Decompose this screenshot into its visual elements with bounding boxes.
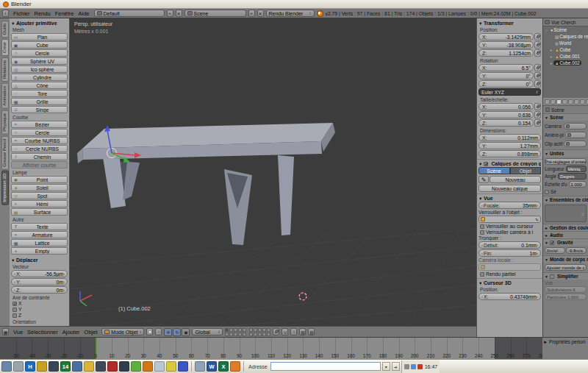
render-border-checkbox[interactable]: Rendu partiel <box>480 271 539 277</box>
rigidbody-panel-header[interactable]: ▼Monde de corps ri <box>543 255 588 263</box>
scale-field[interactable]: Y:0.636 <box>478 111 534 118</box>
add-scene-button[interactable]: + <box>248 10 255 17</box>
decrement-arrow[interactable]: ‹ <box>14 288 15 292</box>
properties-tab-icon[interactable] <box>580 99 585 104</box>
scale-manipulator-button[interactable]: ▣ <box>182 328 190 336</box>
lock-object-field[interactable]: ✎ <box>478 216 541 223</box>
address-go-button[interactable]: ➜ <box>392 362 400 371</box>
gpencil-tab[interactable]: Objet <box>510 167 542 174</box>
list-menu-icon[interactable]: ≡ <box>581 211 584 216</box>
tray-icon[interactable] <box>404 364 409 369</box>
cursor3d-panel-header[interactable]: Curseur 3D <box>478 280 541 285</box>
properties-tab-icon[interactable] <box>562 99 567 104</box>
taskbar-app-icon[interactable]: H <box>25 361 35 372</box>
add-mesh-button[interactable]: ◌ Tore <box>11 90 68 97</box>
layer-toggle[interactable] <box>225 328 229 332</box>
checkbox[interactable]: ✓ <box>550 241 554 245</box>
vector-field[interactable]: ‹ Z: 0m › <box>11 286 68 294</box>
menu-item[interactable]: Fenêtre <box>53 10 76 17</box>
add-mesh-button[interactable]: △ Cône <box>11 82 68 89</box>
mode-select[interactable]: Mode Objet ↕ <box>101 328 144 335</box>
add-curve-button[interactable]: ○ Cercle <box>11 129 68 136</box>
collapsed-panel-header[interactable]: ►Gestion des couleu <box>543 224 588 231</box>
simplify-field[interactable]: Particules 1.000 <box>545 294 587 300</box>
rotation-field[interactable]: X:6.5° <box>478 64 534 71</box>
axis-checkbox-row[interactable]: Z <box>12 313 66 318</box>
new-layer-button[interactable]: Nouveau calque <box>478 185 541 192</box>
layout-select[interactable]: Default <box>94 10 165 17</box>
decrement-arrow[interactable]: ‹ <box>14 280 15 284</box>
toolshelf-tab[interactable]: Créer <box>1 39 9 56</box>
angle-unit-select[interactable]: Degrés <box>558 173 587 180</box>
expander-icon[interactable]: + <box>549 54 553 59</box>
menu-item[interactable]: Fichier <box>11 10 32 17</box>
lock-icon[interactable] <box>534 64 541 71</box>
add-other-button[interactable]: + Empty <box>11 247 68 255</box>
checkbox[interactable]: ✓ <box>484 162 488 166</box>
viewport-menu-item[interactable]: Sélectionner <box>25 329 60 335</box>
add-primitive-panel-header[interactable]: Ajouter primitive <box>11 21 68 26</box>
add-curve-button[interactable]: ≈ Bézier <box>11 121 68 128</box>
outliner-search[interactable]: Cherch <box>561 20 576 25</box>
add-curve-button[interactable]: ◌ Cercle NURBS <box>11 145 68 152</box>
outliner-editor-icon[interactable] <box>545 20 550 24</box>
scene-datablock-field[interactable] <box>564 141 587 147</box>
add-mesh-button[interactable]: ▦ Grille <box>11 98 68 105</box>
tray-icon[interactable] <box>417 364 423 369</box>
unit-presets-button[interactable]: Pré-réglages d'unités <box>545 158 587 165</box>
local-camera-field[interactable] <box>478 263 541 271</box>
render-opengl-button[interactable]: ▧ <box>299 328 306 335</box>
properties-tab-icon[interactable] <box>568 99 573 104</box>
rotation-mode-select[interactable]: Euler XYZ ↕ <box>478 88 541 96</box>
clip-start-field[interactable]: ‹ Début: 0.1mm › <box>478 241 541 249</box>
eyedropper-icon[interactable]: ✎ <box>535 217 539 222</box>
lock-icon[interactable] <box>534 119 541 127</box>
add-mesh-button[interactable]: ▭ Plan <box>11 33 68 40</box>
snap-element-select[interactable]: ↕ <box>290 328 297 335</box>
gpencil-panel-header[interactable]: ✓ Calques de crayon gr <box>478 161 541 166</box>
layer-toggle[interactable] <box>225 333 229 336</box>
rotation-field[interactable]: Z:0° <box>478 80 534 88</box>
add-mesh-button[interactable]: ◉ Sphère UV <box>11 57 68 65</box>
tray-icon[interactable] <box>411 364 416 369</box>
scene-panel-header[interactable]: ▼Scène <box>543 113 588 121</box>
taskbar-app-icon[interactable] <box>84 361 94 372</box>
checkbox[interactable] <box>480 224 484 229</box>
outliner-view-menu[interactable]: Vue <box>551 20 559 25</box>
layer-toggle[interactable] <box>229 328 233 332</box>
layer-toggle[interactable] <box>254 333 257 336</box>
add-lamp-button[interactable]: ▽ Spot <box>11 192 68 199</box>
expander-icon[interactable]: + <box>549 48 553 52</box>
layer-toggle[interactable] <box>238 333 242 336</box>
layer-toggle[interactable] <box>243 328 246 332</box>
pencil-icon[interactable]: ✎ <box>478 176 489 183</box>
taskbar-app-icon[interactable] <box>96 361 106 372</box>
view-panel-header[interactable]: Vue <box>478 196 541 201</box>
render-engine-select[interactable]: Rendu Blender ↕ <box>266 10 315 17</box>
lock-camera-checkbox[interactable]: Verrouiller caméra à l <box>480 230 539 235</box>
outliner-item[interactable]: + ▲ Cube <box>543 46 588 53</box>
checkbox[interactable] <box>480 272 484 277</box>
taskbar-app-icon[interactable]: X <box>218 361 229 372</box>
layer-toggle[interactable] <box>234 328 237 332</box>
units-panel-header[interactable]: ▼Unités <box>543 149 588 157</box>
lock-icon[interactable] <box>534 49 541 57</box>
editor-type-selector[interactable]: ▦ <box>2 328 9 335</box>
custom-props-panel-header[interactable]: ► Propriétés person <box>542 337 588 359</box>
layer-toggle[interactable] <box>254 328 257 332</box>
keying-panel-header[interactable]: ▼Ensembles de clés <box>543 196 588 203</box>
taskbar-app-icon[interactable] <box>195 361 205 372</box>
outliner-item[interactable]: ▤ Calques de rendu <box>543 33 588 40</box>
taskbar-app-icon[interactable] <box>119 361 129 372</box>
increment-arrow[interactable]: › <box>63 288 65 292</box>
add-lamp-button[interactable]: ☀ Soleil <box>11 184 68 191</box>
toolshelf-tab[interactable]: Grease Pencil <box>1 136 9 170</box>
checkbox[interactable]: ✓ <box>12 302 17 306</box>
add-other-button[interactable]: ▦ Lattice <box>11 239 68 246</box>
increment-arrow[interactable]: › <box>63 280 65 284</box>
outliner-item[interactable]: + ▲ Cube.002 <box>543 60 588 66</box>
properties-tab-icon[interactable] <box>551 99 556 104</box>
axis-checkbox-row[interactable]: Y <box>12 307 66 312</box>
add-mesh-button[interactable]: ☺ Singe <box>11 106 68 113</box>
taskbar-app-icon[interactable] <box>143 361 153 372</box>
